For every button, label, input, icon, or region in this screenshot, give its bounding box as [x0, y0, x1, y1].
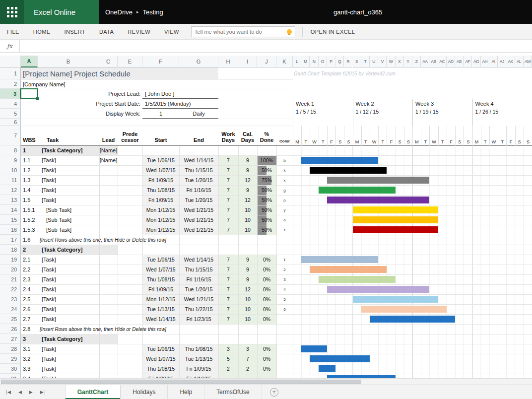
cell-H24[interactable]: 7: [218, 304, 238, 314]
row-header-14[interactable]: 14: [0, 205, 21, 215]
day-header-cell[interactable]: S: [524, 126, 532, 146]
cell-G30[interactable]: Fri 1/09/15: [179, 364, 218, 374]
cell-J20[interactable]: 0%: [257, 265, 276, 274]
cell-F12[interactable]: Thu 1/08/15: [142, 185, 179, 195]
cell-B16[interactable]: [Sub Task]: [46, 225, 99, 235]
cell-F19[interactable]: Tue 1/06/15: [142, 255, 179, 265]
cell-F20[interactable]: Wed 1/07/15: [142, 265, 179, 274]
sheet-tab-termsofuse[interactable]: TermsOfUse: [204, 385, 262, 399]
table-header-pred[interactable]: Predecessor: [118, 126, 142, 145]
day-header-cell[interactable]: T: [319, 126, 327, 146]
column-header-P[interactable]: P: [327, 56, 335, 67]
day-header-cell[interactable]: W: [429, 126, 438, 146]
row-header-7[interactable]: 7: [0, 126, 21, 145]
column-header-AL[interactable]: AL: [515, 56, 524, 67]
column-header-Z[interactable]: Z: [412, 56, 421, 67]
next-sheet-button[interactable]: ▶: [29, 390, 33, 395]
cell-G25[interactable]: Fri 1/23/15: [179, 314, 218, 324]
cell-J24[interactable]: 0%: [257, 304, 276, 314]
cell-B28[interactable]: [Task]: [42, 344, 99, 354]
selected-cell-A3[interactable]: [20, 88, 38, 99]
cell-J29[interactable]: 0%: [257, 354, 276, 364]
cell-A29[interactable]: 3.2: [23, 354, 38, 364]
day-header-cell[interactable]: W: [310, 126, 318, 146]
cell-G11[interactable]: Tue 1/20/15: [179, 175, 218, 185]
column-header-S[interactable]: S: [353, 56, 361, 67]
table-header-work[interactable]: WorkDays: [218, 126, 238, 145]
sheet-title[interactable]: [Project Name] Project Schedule: [23, 67, 217, 79]
cell-I9[interactable]: 9: [238, 155, 257, 165]
info-value[interactable]: [ John Doe ]: [145, 89, 217, 99]
column-header-AK[interactable]: AK: [506, 56, 515, 67]
cell-A17[interactable]: 1.6: [23, 235, 38, 245]
template-credit[interactable]: Gantt Chart Template ©2015 by Vertex42.c…: [294, 67, 453, 79]
day-header-cell[interactable]: F: [387, 126, 395, 146]
cell-A24[interactable]: 2.6: [23, 304, 38, 314]
cell-H9[interactable]: 7: [218, 155, 238, 165]
add-sheet-button[interactable]: +: [270, 388, 278, 397]
cell-B10[interactable]: [Task]: [42, 165, 99, 175]
row-header-22[interactable]: 22: [0, 284, 21, 294]
column-header-G[interactable]: G: [179, 56, 218, 67]
column-header-K[interactable]: K: [276, 56, 293, 67]
row-header-9[interactable]: 9: [0, 155, 21, 165]
day-header-cell[interactable]: W: [489, 126, 498, 146]
cell-H11[interactable]: 7: [218, 175, 238, 185]
column-header-AA[interactable]: AA: [421, 56, 429, 67]
column-header-V[interactable]: V: [378, 56, 387, 67]
cell-I24[interactable]: 10: [238, 304, 257, 314]
cell-K14[interactable]: y: [276, 205, 293, 215]
table-header-color[interactable]: Color: [276, 126, 293, 145]
cell-A25[interactable]: 2.7: [23, 314, 38, 324]
company-name[interactable]: [Company Name]: [23, 79, 142, 89]
row-header-28[interactable]: 28: [0, 344, 21, 354]
day-header-cell[interactable]: M: [472, 126, 481, 146]
row-header-20[interactable]: 20: [0, 265, 21, 274]
cell-K19[interactable]: 1: [276, 255, 293, 265]
cell-B23[interactable]: [Task]: [42, 294, 99, 304]
row-note[interactable]: [Insert Rows above this one, then Hide o…: [40, 324, 253, 334]
row-header-25[interactable]: 25: [0, 314, 21, 324]
cell-F31[interactable]: Fri 1/09/15: [142, 374, 179, 378]
cell-B14[interactable]: [Sub Task]: [46, 205, 99, 215]
cell-H10[interactable]: 7: [218, 165, 238, 175]
tell-me-input[interactable]: [195, 29, 284, 35]
sheet-tab-help[interactable]: Help: [168, 385, 204, 399]
cell-G23[interactable]: Wed 1/21/15: [179, 294, 218, 304]
cell-J15[interactable]: 50%: [257, 215, 276, 225]
cell-A27[interactable]: 3: [23, 334, 38, 344]
day-header-cell[interactable]: W: [370, 126, 378, 146]
fx-button[interactable]: ƒx: [0, 40, 20, 52]
table-header-pct[interactable]: %Done: [257, 126, 276, 145]
cell-J10[interactable]: 50%: [257, 165, 276, 175]
cell-J11[interactable]: 75%: [257, 175, 276, 185]
column-header-AC[interactable]: AC: [438, 56, 447, 67]
cell-I30[interactable]: 2: [238, 364, 257, 374]
cell-B11[interactable]: [Task]: [42, 175, 99, 185]
cell-B27[interactable]: [Task Category]: [42, 334, 99, 344]
cell-A26[interactable]: 2.8: [23, 324, 38, 334]
cell-I23[interactable]: 10: [238, 294, 257, 304]
cell-G13[interactable]: Tue 1/20/15: [179, 195, 218, 205]
cell-H20[interactable]: 7: [218, 265, 238, 274]
cell-I20[interactable]: 9: [238, 265, 257, 274]
cell-F11[interactable]: Fri 1/09/15: [142, 175, 179, 185]
column-header-N[interactable]: N: [310, 56, 318, 67]
row-header-21[interactable]: 21: [0, 274, 21, 284]
cell-F28[interactable]: Tue 1/06/15: [142, 344, 179, 354]
column-header-AG[interactable]: AG: [472, 56, 481, 67]
cell-B30[interactable]: [Task]: [42, 364, 99, 374]
cell-H15[interactable]: 7: [218, 215, 238, 225]
column-header-AJ[interactable]: AJ: [498, 56, 506, 67]
cell-H13[interactable]: 7: [218, 195, 238, 205]
cell-F14[interactable]: Mon 1/12/15: [142, 205, 179, 215]
row-header-16[interactable]: 16: [0, 225, 21, 235]
week-group-3[interactable]: Week 31 / 19 / 15: [412, 99, 472, 126]
row-header-6[interactable]: 6: [0, 119, 21, 126]
cell-J13[interactable]: 50%: [257, 195, 276, 205]
column-header-R[interactable]: R: [344, 56, 352, 67]
cell-A10[interactable]: 1.2: [23, 165, 38, 175]
cell-G21[interactable]: Fri 1/16/15: [179, 274, 218, 284]
cell-H22[interactable]: 7: [218, 284, 238, 294]
tab-data[interactable]: DATA: [92, 24, 121, 39]
